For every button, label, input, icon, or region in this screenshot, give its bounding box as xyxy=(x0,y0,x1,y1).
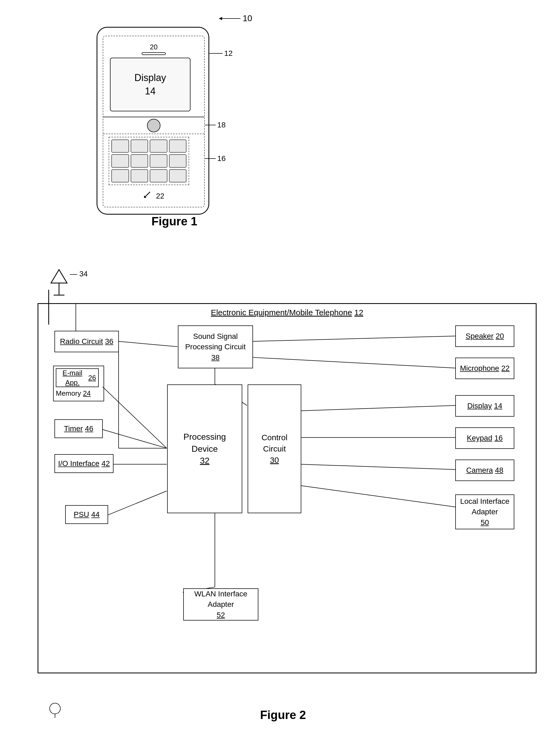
figure1-caption: Figure 1 xyxy=(151,215,197,228)
svg-line-3 xyxy=(119,341,177,347)
display-area: Display 14 xyxy=(110,58,190,111)
key xyxy=(111,139,129,153)
svg-line-11 xyxy=(103,387,167,448)
box-keypad: Keypad 16 xyxy=(455,427,514,449)
svg-line-18 xyxy=(300,485,455,507)
mic-icon xyxy=(143,191,154,201)
box-camera: Camera 48 xyxy=(455,460,514,481)
svg-line-6 xyxy=(252,357,455,368)
key xyxy=(169,154,187,167)
figure2-caption: Figure 2 xyxy=(260,708,306,722)
label-20: 20 xyxy=(142,43,166,51)
antenna-vertical-line xyxy=(48,290,49,325)
phone-dashed-border: 20 Display 14 18 xyxy=(103,36,205,208)
box-speaker: Speaker 20 xyxy=(455,326,514,347)
box-processing-device: Processing Device 32 xyxy=(167,385,242,513)
svg-point-22 xyxy=(50,703,60,714)
svg-line-15 xyxy=(300,405,455,411)
box-wlan-adapter: WLAN Interface Adapter 52 xyxy=(183,588,258,621)
svg-marker-0 xyxy=(51,270,67,283)
box-control-circuit: Control Circuit 30 xyxy=(247,385,301,513)
key xyxy=(111,169,129,182)
ground-symbol xyxy=(48,702,62,719)
label-10: 10 xyxy=(242,13,252,23)
key xyxy=(169,169,187,182)
label-22: 22 xyxy=(156,192,164,200)
box-microphone: Microphone 22 xyxy=(455,358,514,379)
box-email: E-mail App. 26 xyxy=(56,368,99,387)
svg-line-5 xyxy=(252,336,455,341)
box-radio-circuit: Radio Circuit 36 xyxy=(54,331,119,352)
key xyxy=(169,139,187,153)
svg-line-14 xyxy=(108,491,167,515)
key xyxy=(131,139,148,153)
speaker-icon xyxy=(142,52,166,55)
box-memory: Memory 24 xyxy=(56,388,101,399)
figure2-container: — 34 Electronic Equipment/Mobile Telepho… xyxy=(21,255,545,724)
svg-line-17 xyxy=(300,464,455,469)
box-sound-signal: Sound Signal Processing Circuit 38 xyxy=(178,326,253,368)
antenna-label: — 34 xyxy=(70,270,88,278)
key xyxy=(150,139,167,153)
phone-body: 12 20 Display 14 xyxy=(97,27,209,215)
key xyxy=(150,169,167,182)
box-io-interface: I/O Interface 42 xyxy=(54,454,113,473)
box-local-interface: Local Interface Adapter 50 xyxy=(455,495,514,529)
key xyxy=(111,154,129,167)
key xyxy=(131,169,148,182)
box-psu: PSU 44 xyxy=(65,505,108,524)
label-12: 12 xyxy=(224,49,233,58)
svg-line-12 xyxy=(103,429,167,448)
main-block: Electronic Equipment/Mobile Telephone 12 xyxy=(38,303,537,674)
figure1-container: 10 12 20 Display 14 xyxy=(80,11,268,231)
key xyxy=(131,154,148,167)
key xyxy=(150,154,167,167)
antenna-symbol xyxy=(48,268,70,301)
display-label: Display 14 xyxy=(134,71,166,98)
main-block-title: Electronic Equipment/Mobile Telephone 12 xyxy=(211,308,363,317)
label-16: 16 xyxy=(217,154,226,163)
joystick xyxy=(147,119,160,132)
box-timer: Timer 46 xyxy=(54,419,103,438)
label-18: 18 xyxy=(217,121,226,129)
box-display: Display 14 xyxy=(455,395,514,417)
